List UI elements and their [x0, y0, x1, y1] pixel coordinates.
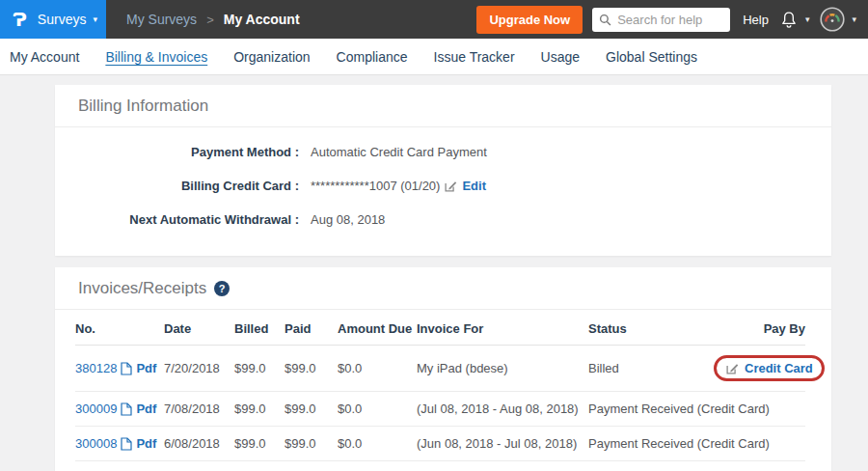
invoice-for: My iPad (bdese) — [417, 346, 588, 392]
invoice-for: (Jun 08, 2018 - Jul 08, 2018) — [417, 427, 588, 461]
invoice-billed: $99.0 — [234, 346, 285, 392]
invoice-number-link[interactable]: 300008 — [75, 436, 117, 451]
col-status: Status — [588, 310, 714, 346]
edit-pencil-icon[interactable] — [445, 180, 457, 192]
invoice-paid: $99.0 — [285, 392, 338, 427]
billing-information-header: Billing Information — [55, 85, 831, 127]
tab-organization[interactable]: Organization — [233, 49, 310, 65]
col-amount-due: Amount Due — [338, 310, 417, 346]
help-search-box[interactable] — [592, 8, 730, 32]
payment-method-value: Automatic Credit Card Payment — [311, 145, 487, 159]
col-date: Date — [164, 310, 234, 346]
invoice-date: 6/08/2018 — [164, 427, 234, 461]
help-question-icon[interactable]: ? — [214, 281, 230, 296]
edit-credit-card-link[interactable]: Edit — [462, 179, 486, 193]
invoices-table: No. Date Billed Paid Amount Due Invoice … — [75, 310, 805, 461]
invoice-amount-due: $0.0 — [338, 392, 417, 427]
help-search-input[interactable] — [617, 13, 723, 27]
help-link[interactable]: Help — [743, 13, 769, 27]
next-withdrawal-row: Next Automatic Withdrawal : Aug 08, 2018 — [55, 203, 831, 236]
chevron-down-icon: ▾ — [93, 14, 97, 24]
invoice-amount-due: $0.0 — [338, 346, 417, 392]
invoice-paid: $99.0 — [285, 346, 338, 392]
pdf-file-icon[interactable] — [121, 362, 132, 375]
invoice-for: (Jul 08, 2018 - Aug 08, 2018) — [417, 392, 588, 427]
invoices-receipts-header: Invoices/Receipts ? — [55, 267, 831, 310]
pdf-file-icon[interactable] — [121, 402, 132, 416]
invoice-status: Payment Received (Credit Card) — [588, 392, 714, 427]
invoice-number-link[interactable]: 300009 — [75, 402, 117, 416]
search-icon — [599, 14, 611, 26]
invoice-row: 380128 Pdf 7/20/2018 $99.0 $99.0 $0.0 My… — [75, 346, 805, 392]
chevron-down-icon: ▾ — [852, 14, 856, 24]
invoice-row: 300009 Pdf 7/08/2018 $99.0 $99.0 $0.0 (J… — [75, 392, 805, 427]
top-bar: Ɂ Surveys ▾ My Surveys > My Account Upgr… — [0, 0, 868, 39]
col-pay-by: Pay By — [714, 310, 805, 346]
breadcrumb-my-surveys[interactable]: My Surveys — [126, 12, 197, 27]
invoice-number-link[interactable]: 380128 — [75, 361, 117, 375]
tab-global-settings[interactable]: Global Settings — [606, 49, 697, 65]
account-menu[interactable]: ▾ — [820, 7, 856, 32]
tab-billing-invoices[interactable]: Billing & Invoices — [105, 49, 207, 65]
invoices-header-row: No. Date Billed Paid Amount Due Invoice … — [75, 310, 805, 346]
invoice-date: 7/08/2018 — [164, 392, 234, 427]
avatar — [820, 7, 845, 32]
invoice-row: 300008 Pdf 6/08/2018 $99.0 $99.0 $0.0 (J… — [75, 427, 805, 461]
breadcrumb: My Surveys > My Account — [126, 12, 300, 27]
invoice-billed: $99.0 — [234, 427, 285, 461]
pay-by-credit-card-highlight: Credit Card — [714, 355, 825, 381]
product-switcher[interactable]: Ɂ Surveys ▾ — [0, 0, 106, 39]
invoices-table-wrap: No. Date Billed Paid Amount Due Invoice … — [55, 310, 831, 471]
page-content: Billing Information Payment Method : Aut… — [0, 75, 868, 471]
notifications-button[interactable]: ▾ — [779, 10, 810, 30]
payment-method-label: Payment Method : — [55, 145, 299, 159]
billing-information-body: Payment Method : Automatic Credit Card P… — [55, 127, 831, 256]
next-withdrawal-label: Next Automatic Withdrawal : — [55, 212, 299, 227]
tab-my-account[interactable]: My Account — [10, 49, 79, 65]
tab-usage[interactable]: Usage — [541, 49, 580, 65]
invoices-receipts-title: Invoices/Receipts — [78, 279, 206, 298]
account-tabs: My Account Billing & Invoices Organizati… — [0, 39, 868, 75]
col-invoice-for: Invoice For — [417, 310, 588, 346]
invoice-date: 7/20/2018 — [164, 346, 234, 392]
billing-credit-card-value: ************1007 (01/20) Edit — [311, 179, 486, 193]
billing-information-card: Billing Information Payment Method : Aut… — [55, 85, 831, 256]
next-withdrawal-value: Aug 08, 2018 — [311, 212, 385, 227]
payment-method-row: Payment Method : Automatic Credit Card P… — [55, 135, 831, 169]
pdf-file-icon[interactable] — [121, 437, 132, 451]
pdf-link[interactable]: Pdf — [136, 402, 156, 416]
pdf-link[interactable]: Pdf — [136, 361, 156, 375]
masked-card-number: ************1007 (01/20) — [311, 179, 440, 193]
billing-credit-card-label: Billing Credit Card : — [55, 179, 299, 193]
billing-credit-card-row: Billing Credit Card : ************1007 (… — [55, 169, 831, 203]
product-menu-label: Surveys — [38, 12, 87, 27]
chevron-down-icon: ▾ — [805, 14, 810, 24]
col-billed: Billed — [234, 310, 285, 346]
questionpro-logo-icon: Ɂ — [13, 11, 27, 29]
edit-pencil-icon — [726, 362, 739, 374]
breadcrumb-current: My Account — [224, 12, 300, 27]
invoices-receipts-card: Invoices/Receipts ? No. Date Billed Paid… — [55, 267, 831, 471]
top-bar-actions: Upgrade Now Help ▾ ▾ — [476, 6, 868, 34]
bell-icon — [779, 10, 799, 30]
col-no: No. — [75, 310, 164, 346]
invoice-billed: $99.0 — [234, 392, 285, 427]
pay-by-credit-card-link[interactable]: Credit Card — [745, 361, 813, 375]
upgrade-now-button[interactable]: Upgrade Now — [476, 6, 583, 34]
col-paid: Paid — [285, 310, 338, 346]
invoice-paid: $99.0 — [285, 427, 338, 461]
invoice-status: Billed — [588, 346, 714, 392]
invoice-amount-due: $0.0 — [338, 427, 417, 461]
billing-information-title: Billing Information — [78, 97, 208, 116]
tab-issue-tracker[interactable]: Issue Tracker — [434, 49, 515, 65]
invoice-status: Payment Received (Credit Card) — [588, 427, 714, 461]
breadcrumb-separator-icon: > — [206, 13, 214, 27]
pdf-link[interactable]: Pdf — [136, 436, 156, 451]
tab-compliance[interactable]: Compliance — [337, 49, 408, 65]
